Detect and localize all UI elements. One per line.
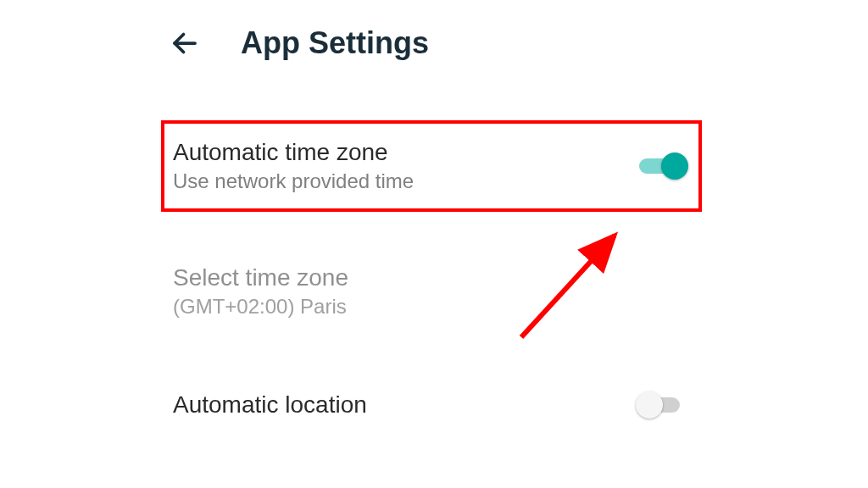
toggle-thumb — [661, 152, 688, 180]
spacer — [161, 212, 702, 246]
setting-automatic-location[interactable]: Automatic location — [161, 371, 702, 439]
arrow-left-icon — [170, 28, 200, 58]
page-title: App Settings — [241, 25, 429, 61]
toggle-automatic-timezone[interactable] — [639, 151, 688, 181]
spacer — [161, 439, 702, 473]
setting-title: Automatic location — [173, 391, 367, 419]
setting-title: Automatic time zone — [173, 139, 414, 166]
setting-text-group: Automatic time zone Use network provided… — [173, 139, 414, 193]
setting-title: Select time zone — [173, 264, 348, 291]
spacer — [161, 86, 702, 120]
setting-text-group: Select time zone (GMT+02:00) Paris — [173, 264, 348, 319]
setting-select-location[interactable]: Select location — [161, 473, 702, 488]
setting-automatic-timezone[interactable]: Automatic time zone Use network provided… — [161, 120, 702, 212]
setting-subtitle: Use network provided time — [173, 169, 414, 193]
toggle-automatic-location[interactable] — [639, 390, 688, 420]
setting-select-timezone[interactable]: Select time zone (GMT+02:00) Paris — [161, 246, 702, 337]
setting-text-group: Automatic location — [173, 391, 367, 419]
app-header: App Settings — [0, 0, 868, 86]
toggle-thumb — [636, 391, 663, 419]
spacer — [161, 337, 702, 371]
settings-list: Automatic time zone Use network provided… — [0, 86, 868, 488]
setting-subtitle: (GMT+02:00) Paris — [173, 295, 348, 319]
back-button[interactable] — [170, 28, 200, 58]
